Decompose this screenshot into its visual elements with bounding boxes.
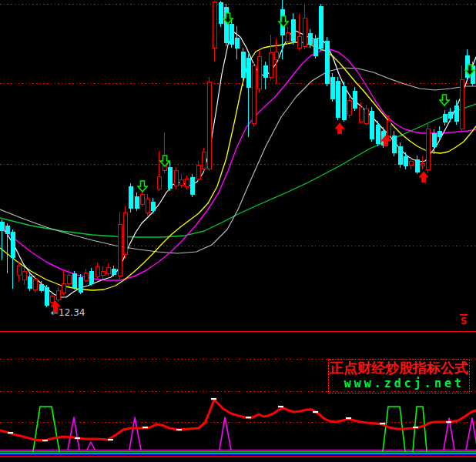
axis-s-marker: S xyxy=(459,316,468,326)
candle-down xyxy=(11,232,15,257)
indicator-white-dash xyxy=(346,417,351,419)
candle-down xyxy=(72,273,76,287)
candle-up xyxy=(202,152,206,169)
stock-chart-window: ←12.34 S 正点财经炒股指标公式 www.zdcj.net xyxy=(0,0,476,462)
watermark-box: 正点财经炒股指标公式 www.zdcj.net xyxy=(328,359,470,393)
indicator-white-dash xyxy=(313,411,318,413)
candle-down xyxy=(319,6,323,48)
candle-down xyxy=(224,7,228,42)
candle-down xyxy=(291,19,295,41)
candle-up xyxy=(33,279,37,290)
indicator-white-dash xyxy=(42,440,48,441)
indicator-green-pulse xyxy=(33,407,59,451)
candle-down xyxy=(415,159,419,172)
candle-down xyxy=(308,33,312,44)
indicator-white-dash xyxy=(278,406,283,407)
candle-down xyxy=(330,77,334,99)
candle-down xyxy=(443,114,447,122)
candle-down xyxy=(219,2,223,23)
candle-down xyxy=(190,177,194,194)
candle-down xyxy=(432,133,436,146)
indicator-white-dash xyxy=(446,421,451,423)
candle-up xyxy=(359,107,363,122)
candle-up xyxy=(67,275,71,283)
candle-up xyxy=(84,273,88,280)
sell-signal-arrow xyxy=(440,95,449,105)
indicator-main-red-line xyxy=(0,400,476,440)
candle-up xyxy=(347,100,351,115)
indicator-white-dash xyxy=(8,432,13,434)
candle-down xyxy=(241,52,245,77)
candle-up xyxy=(62,283,65,293)
candle-down xyxy=(45,287,49,305)
candle-up xyxy=(213,2,216,48)
indicator-white-dash xyxy=(211,398,216,400)
candle-down xyxy=(168,167,172,188)
candle-down xyxy=(39,284,43,290)
candle-up xyxy=(257,56,261,89)
candle-down xyxy=(151,202,155,210)
candle-down xyxy=(404,156,407,166)
candle-down xyxy=(342,86,346,119)
watermark-title: 正点财经炒股指标公式 xyxy=(329,360,469,377)
candle-up xyxy=(421,163,424,166)
candle-up xyxy=(101,271,105,275)
candle-down xyxy=(235,38,239,48)
candle-up xyxy=(269,52,273,77)
candle-down xyxy=(246,58,250,87)
buy-signal-arrow xyxy=(335,123,344,134)
candle-down xyxy=(112,269,116,274)
indicator-white-dash xyxy=(75,437,80,439)
candle-up xyxy=(50,296,54,302)
candle-down xyxy=(230,24,233,44)
candle-up xyxy=(409,161,413,165)
candle-down xyxy=(135,196,139,208)
candle-down xyxy=(325,41,329,83)
candle-down xyxy=(89,271,93,283)
candle-up xyxy=(303,18,307,46)
candle-up xyxy=(123,213,127,254)
candle-down xyxy=(392,136,396,152)
sell-signal-arrow xyxy=(138,181,147,192)
candle-up xyxy=(118,224,122,276)
buy-signal-arrow xyxy=(419,172,428,182)
indicator-magenta-spike xyxy=(466,418,476,450)
ma-line-green xyxy=(0,104,476,237)
candle-up xyxy=(179,179,183,185)
candle-down xyxy=(5,226,9,233)
watermark-url: www.zdcj.net xyxy=(329,377,469,391)
candle-up xyxy=(274,52,278,59)
candle-up xyxy=(460,79,464,129)
indicator-white-dash xyxy=(380,423,385,424)
candle-down xyxy=(313,38,317,55)
candle-down xyxy=(370,111,374,139)
indicator-white-dash xyxy=(413,427,418,428)
candle-down xyxy=(448,112,452,118)
indicator-magenta-spike xyxy=(87,442,95,450)
candle-up xyxy=(252,65,256,123)
candle-up xyxy=(174,170,178,186)
candle-down xyxy=(129,186,132,208)
candle-up xyxy=(17,266,21,275)
candle-down xyxy=(454,105,458,121)
candle-down xyxy=(437,131,441,136)
candle-up xyxy=(22,271,26,280)
candle-up xyxy=(96,266,99,276)
candle-up xyxy=(106,267,110,273)
candle-up xyxy=(146,199,149,213)
candle-down xyxy=(28,276,32,288)
candle-up xyxy=(286,32,290,41)
indicator-white-dash xyxy=(176,429,182,430)
candle-up xyxy=(157,176,161,189)
candle-down xyxy=(79,277,82,292)
candle-down xyxy=(398,146,402,164)
candle-up xyxy=(140,194,144,204)
low-price-label: ←12.34 xyxy=(51,308,85,318)
candle-up xyxy=(196,165,200,179)
candle-up xyxy=(297,36,301,48)
indicator-white-dash xyxy=(142,427,148,428)
ma-line-yellow xyxy=(0,42,476,290)
sell-signal-arrow xyxy=(160,156,169,166)
indicator-white-dash xyxy=(108,439,113,440)
candle-down xyxy=(336,81,340,117)
